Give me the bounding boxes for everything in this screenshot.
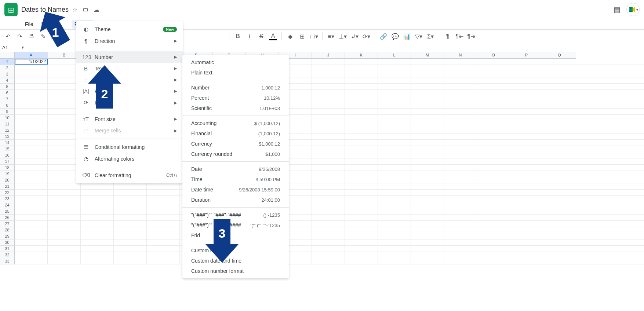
cell[interactable] <box>543 77 576 83</box>
cell[interactable] <box>411 239 444 245</box>
cell[interactable] <box>378 71 411 77</box>
menu-item-direction[interactable]: ¶Direction▶ <box>76 35 183 47</box>
cell[interactable] <box>48 146 81 152</box>
row-header[interactable]: 5 <box>0 84 15 90</box>
cell[interactable] <box>48 233 81 239</box>
cell[interactable] <box>378 246 411 252</box>
cell[interactable] <box>48 71 81 77</box>
cell[interactable] <box>345 221 378 227</box>
cell[interactable] <box>411 121 444 127</box>
cell[interactable] <box>543 233 576 239</box>
cell[interactable] <box>15 109 48 114</box>
cell[interactable] <box>312 152 345 158</box>
submenu-item-date-time[interactable]: Date time9/26/2008 15:59:00 <box>182 184 289 195</box>
menu-item-clear-formatting[interactable]: ⌫Clear formattingCtrl+\ <box>76 169 183 181</box>
cell[interactable] <box>48 158 81 164</box>
col-header-L[interactable]: L <box>378 52 411 59</box>
cell[interactable] <box>543 183 576 189</box>
cell[interactable] <box>15 140 48 146</box>
col-header-N[interactable]: N <box>444 52 477 59</box>
cell[interactable] <box>345 208 378 214</box>
cell[interactable] <box>378 202 411 208</box>
submenu-item-currency-rounded[interactable]: Currency rounded$1,000 <box>182 149 289 159</box>
cell[interactable] <box>15 90 48 96</box>
cell[interactable] <box>543 177 576 183</box>
cell[interactable] <box>477 84 510 89</box>
cell[interactable] <box>81 196 114 202</box>
submenu-item-time[interactable]: Time3:59:00 PM <box>182 174 289 184</box>
cell[interactable] <box>378 84 411 89</box>
cell[interactable] <box>444 208 477 214</box>
cell[interactable] <box>147 202 180 208</box>
cell[interactable] <box>477 109 510 114</box>
cell[interactable] <box>48 196 81 202</box>
cell[interactable] <box>15 177 48 183</box>
cell[interactable] <box>510 246 543 252</box>
cell[interactable] <box>411 227 444 233</box>
row-header[interactable]: 33 <box>0 258 15 264</box>
cell[interactable] <box>48 152 81 158</box>
cell[interactable] <box>477 90 510 96</box>
cell[interactable]: 1/1/2022 <box>15 59 48 65</box>
cell[interactable] <box>378 190 411 195</box>
cell[interactable] <box>477 171 510 177</box>
cell[interactable] <box>312 221 345 227</box>
name-box[interactable]: A1 ▼ <box>0 44 27 51</box>
cell[interactable] <box>543 152 576 158</box>
row-header[interactable]: 4 <box>0 77 15 84</box>
cell[interactable] <box>543 171 576 177</box>
cell[interactable] <box>444 71 477 77</box>
cell[interactable] <box>543 59 576 65</box>
cell[interactable] <box>147 183 180 189</box>
row-header[interactable]: 29 <box>0 233 15 239</box>
cell[interactable] <box>411 102 444 108</box>
cell[interactable] <box>444 59 477 65</box>
cell[interactable] <box>477 121 510 127</box>
cell[interactable] <box>48 115 81 121</box>
row-header[interactable]: 31 <box>0 246 15 252</box>
cell[interactable] <box>48 65 81 71</box>
cell[interactable] <box>411 146 444 152</box>
submenu-item-currency[interactable]: Currency$1,000.12 <box>182 139 289 149</box>
move-icon[interactable]: 🗀 <box>83 6 88 13</box>
row-header[interactable]: 27 <box>0 221 15 227</box>
cell[interactable] <box>411 84 444 89</box>
cell[interactable] <box>543 252 576 258</box>
cell[interactable] <box>411 258 444 264</box>
cell[interactable] <box>510 109 543 114</box>
cell[interactable] <box>345 190 378 195</box>
cell[interactable] <box>345 239 378 245</box>
cell[interactable] <box>444 121 477 127</box>
cell[interactable] <box>345 133 378 139</box>
submenu-item-duration[interactable]: Duration24:01:00 <box>182 195 289 205</box>
cell[interactable] <box>510 183 543 189</box>
cell[interactable] <box>378 96 411 102</box>
cell[interactable] <box>312 127 345 133</box>
cell[interactable] <box>378 221 411 227</box>
cell[interactable] <box>477 227 510 233</box>
cell[interactable] <box>48 140 81 146</box>
cell[interactable] <box>510 96 543 102</box>
cell[interactable] <box>15 233 48 239</box>
cell[interactable] <box>510 84 543 89</box>
cell[interactable] <box>510 158 543 164</box>
cell[interactable] <box>411 115 444 121</box>
row-header[interactable]: 14 <box>0 140 15 146</box>
cell[interactable] <box>477 71 510 77</box>
cell[interactable] <box>345 146 378 152</box>
meet-icon[interactable]: ▾ <box>626 3 640 16</box>
cell[interactable] <box>444 152 477 158</box>
cell[interactable] <box>81 208 114 214</box>
cell[interactable] <box>444 202 477 208</box>
cell[interactable] <box>345 258 378 264</box>
cell[interactable] <box>48 59 81 65</box>
cell[interactable] <box>15 158 48 164</box>
strike-icon[interactable]: S <box>257 32 265 40</box>
cell[interactable] <box>15 96 48 102</box>
cell[interactable] <box>444 90 477 96</box>
cell[interactable] <box>411 96 444 102</box>
cell[interactable] <box>477 152 510 158</box>
cell[interactable] <box>543 96 576 102</box>
cell[interactable] <box>312 77 345 83</box>
cell[interactable] <box>543 258 576 264</box>
